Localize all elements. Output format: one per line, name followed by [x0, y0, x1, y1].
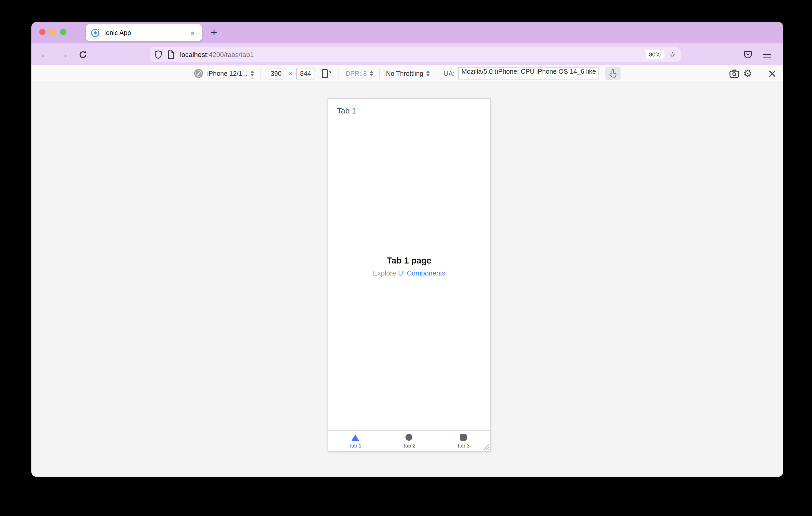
- user-agent-input[interactable]: Mozilla/5.0 (iPhone; CPU iPhone OS 14_6 …: [458, 67, 599, 80]
- rotate-viewport-button[interactable]: [321, 68, 332, 79]
- gear-icon: ⚙: [743, 68, 752, 79]
- minimize-window-button[interactable]: [50, 29, 56, 35]
- device-viewport: Tab 1 Tab 1 page ExploreUI Components Ta…: [327, 98, 491, 452]
- url-host: localhost: [180, 51, 207, 58]
- explore-text: Explore: [373, 269, 396, 277]
- tab-button-tab2[interactable]: Tab 2: [382, 431, 436, 451]
- url-path: :4200/tabs/tab1: [207, 51, 254, 58]
- ionic-header: Tab 1: [328, 99, 490, 122]
- screenshot-button[interactable]: [727, 67, 741, 80]
- dimension-separator: ×: [289, 70, 293, 77]
- device-selector-icon: [194, 69, 203, 78]
- rdm-settings-button[interactable]: ⚙: [741, 67, 754, 80]
- divider: [436, 68, 436, 79]
- new-tab-button[interactable]: +: [206, 25, 222, 40]
- reload-button[interactable]: [75, 47, 90, 62]
- divider: [760, 68, 760, 79]
- tab-close-icon[interactable]: ×: [188, 28, 197, 37]
- divider: [339, 68, 339, 79]
- url-text[interactable]: localhost:4200/tabs/tab1: [180, 51, 254, 58]
- page-content: Tab 1 page ExploreUI Components: [328, 256, 490, 277]
- ui-components-link[interactable]: UI Components: [398, 269, 445, 277]
- ionic-tab-bar: Tab 1 Tab 2 Tab 3: [328, 430, 490, 451]
- device-selector-dropdown-icon[interactable]: [251, 71, 254, 76]
- tab-label: Tab 1: [349, 443, 361, 449]
- browser-window: Ionic App × + ← →: [31, 22, 783, 477]
- camera-icon: [729, 69, 739, 78]
- circle-icon: [406, 434, 412, 441]
- app-menu-button[interactable]: [759, 47, 774, 62]
- navigation-toolbar: ← → localhost:4200/tabs/tab1: [31, 43, 783, 65]
- close-window-button[interactable]: [39, 29, 46, 35]
- dpr-dropdown-icon[interactable]: [370, 71, 373, 76]
- divider: [260, 68, 261, 79]
- zoom-level-badge[interactable]: 80%: [645, 50, 664, 59]
- titlebar: Ionic App × +: [31, 22, 783, 43]
- pocket-icon: [743, 50, 752, 59]
- page-info-icon[interactable]: [167, 50, 175, 59]
- page-subtext: ExploreUI Components: [328, 269, 490, 277]
- ionic-logo-icon: [91, 29, 99, 37]
- rdm-content-area: Tab 1 Tab 1 page ExploreUI Components Ta…: [31, 82, 783, 477]
- url-bar[interactable]: localhost:4200/tabs/tab1 80% ☆: [150, 47, 681, 62]
- viewport-height-input[interactable]: [296, 68, 315, 79]
- close-rdm-button[interactable]: [765, 67, 779, 80]
- throttling-selector[interactable]: No Throttling: [386, 70, 424, 77]
- touch-pointer-icon: [609, 69, 617, 78]
- throttling-dropdown-icon[interactable]: [427, 71, 430, 76]
- tab-label: Tab 3: [457, 443, 470, 449]
- maximize-window-button[interactable]: [60, 29, 66, 35]
- browser-tab[interactable]: Ionic App ×: [86, 24, 202, 41]
- tab-button-tab1[interactable]: Tab 1: [328, 431, 382, 451]
- back-icon: ←: [40, 49, 50, 60]
- rdm-toolbar: iPhone 12/1... × DPR: 3 No Thro: [31, 65, 783, 82]
- forward-button[interactable]: →: [57, 47, 71, 62]
- device-selector[interactable]: iPhone 12/1...: [207, 70, 248, 77]
- back-button[interactable]: ←: [38, 47, 52, 62]
- square-icon: [460, 434, 466, 441]
- touch-simulation-toggle[interactable]: [605, 67, 620, 80]
- page-heading: Tab 1 page: [328, 256, 490, 266]
- viewport-resize-handle[interactable]: [481, 442, 490, 451]
- reload-icon: [78, 50, 87, 59]
- bookmark-star-icon[interactable]: ☆: [669, 51, 676, 58]
- tab-label: Tab 2: [403, 443, 416, 449]
- triangle-icon: [351, 434, 359, 441]
- tab-title: Ionic App: [104, 29, 188, 36]
- hamburger-icon: [762, 52, 771, 57]
- dpr-selector[interactable]: DPR: 3: [346, 70, 367, 77]
- shield-icon[interactable]: [154, 50, 162, 59]
- close-icon: [768, 70, 776, 77]
- viewport-width-input[interactable]: [267, 68, 285, 79]
- pocket-button[interactable]: [740, 47, 755, 62]
- divider: [379, 68, 380, 79]
- forward-icon: →: [59, 49, 68, 60]
- ua-label: UA:: [444, 70, 455, 77]
- page-title: Tab 1: [337, 106, 356, 115]
- rotate-phone-icon: [321, 68, 332, 79]
- desktop: Ionic App × + ← →: [0, 0, 812, 516]
